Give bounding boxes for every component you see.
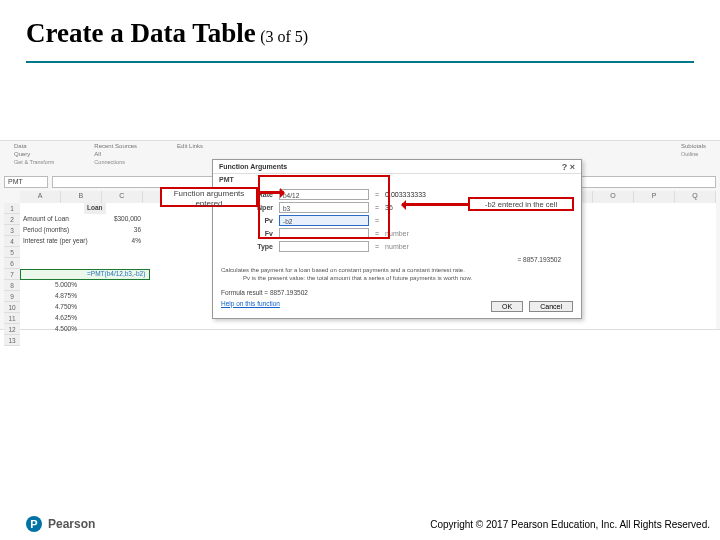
- rate-input[interactable]: b4/12: [279, 189, 369, 200]
- title-underline: [26, 61, 694, 63]
- row-headers: 12345678910111213: [4, 203, 20, 346]
- pearson-brand: Pearson: [48, 517, 95, 531]
- dialog-desc2: Pv is the present value: the total amoun…: [221, 275, 573, 283]
- title-main: Create a Data Table: [26, 18, 256, 48]
- type-input[interactable]: [279, 241, 369, 252]
- pearson-logo: P Pearson: [26, 516, 95, 532]
- cell-A2[interactable]: Amount of Loan: [20, 214, 72, 225]
- slide-title: Create a Data Table (3 of 5): [0, 0, 720, 57]
- cell-A11[interactable]: 4.625%: [20, 313, 80, 324]
- nper-input[interactable]: b3: [279, 202, 369, 213]
- active-cell-highlight: [20, 269, 150, 280]
- copyright-text: Copyright © 2017 Pearson Education, Inc.…: [430, 519, 710, 530]
- slide-footer: P Pearson Copyright © 2017 Pearson Educa…: [0, 516, 720, 532]
- cell-A10[interactable]: 4.750%: [20, 302, 80, 313]
- dialog-eq-result: = 8857.193502: [213, 256, 581, 263]
- fv-input[interactable]: [279, 228, 369, 239]
- cell-A3[interactable]: Period (months): [20, 225, 72, 236]
- callout-function-args: Function arguments entered: [160, 187, 258, 207]
- dialog-funcname: PMT: [213, 174, 581, 185]
- dialog-desc1: Calculates the payment for a loan based …: [221, 267, 465, 273]
- callout-b2-entered: -b2 entered in the cell: [468, 197, 574, 211]
- cancel-button[interactable]: Cancel: [529, 301, 573, 312]
- dialog-formula-result: Formula result = 8857.193502: [213, 287, 581, 298]
- ok-button[interactable]: OK: [491, 301, 523, 312]
- dialog-title: Function Arguments: [219, 163, 287, 170]
- cell-A4[interactable]: Interest rate (per year): [20, 236, 91, 247]
- cell-B3[interactable]: 36: [84, 225, 144, 236]
- cell-A8[interactable]: 5.000%: [20, 280, 80, 291]
- cell-A12[interactable]: 4.500%: [20, 324, 80, 335]
- arrow-icon: [402, 203, 468, 206]
- cell-B2[interactable]: $300,000: [84, 214, 144, 225]
- cell-B4[interactable]: 4%: [84, 236, 144, 247]
- name-box[interactable]: PMT: [4, 176, 48, 188]
- dialog-fields: Rateb4/12=0.003333333 Nperb3=36 Pv-b2= F…: [213, 185, 581, 256]
- title-sub: (3 of 5): [260, 28, 308, 45]
- excel-screenshot: DataQueryGet & Transform Recent SourcesA…: [0, 140, 720, 330]
- cell-A9[interactable]: 4.875%: [20, 291, 80, 302]
- cell-B1[interactable]: Loan: [84, 203, 106, 214]
- function-arguments-dialog: Function Arguments ? × PMT Rateb4/12=0.0…: [212, 159, 582, 319]
- pearson-logo-icon: P: [26, 516, 42, 532]
- pv-input[interactable]: -b2: [279, 215, 369, 226]
- arrow-icon: [258, 191, 284, 194]
- dialog-close-icon[interactable]: ? ×: [562, 162, 575, 172]
